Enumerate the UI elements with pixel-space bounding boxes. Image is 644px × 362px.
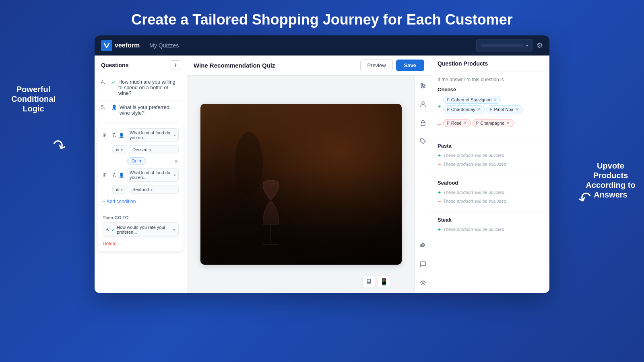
or-label: Or: [132, 158, 136, 163]
save-button[interactable]: Save: [396, 60, 424, 71]
condition-value-label-1: Dessert: [132, 147, 148, 152]
user-icon-button[interactable]: [417, 98, 429, 110]
or-chevron-icon: ▾: [139, 158, 142, 163]
rp-cheese-upvote-row: + P Cabernet Sauvignon ✕ P Chardonnay ✕: [438, 96, 543, 117]
svg-point-9: [422, 102, 424, 104]
condition-q-icon-2: 👤: [119, 173, 124, 178]
go-to-label: Then GO TO: [103, 215, 179, 220]
right-annotation-text: Upvote Products According to Answers: [586, 161, 635, 199]
preview-button[interactable]: Preview: [360, 60, 392, 71]
rp-pasta-upvote-placeholder: These products will be upvoted: [443, 153, 504, 158]
condition-is-chevron-2: ▾: [121, 187, 123, 192]
product-tag-pinotnoir: P Pinot Noir ✕: [486, 105, 523, 113]
go-to-check-icon: ✓: [111, 227, 115, 232]
add-question-button[interactable]: +: [171, 60, 180, 70]
preview-actions: Preview Save: [360, 60, 424, 71]
rp-seafood-exclude-icon[interactable]: −: [438, 198, 441, 204]
condition-row-1-header: IF 7. 👤 What kind of food do you en... ▾: [103, 128, 179, 142]
device-toggle: 🖥 📱: [362, 275, 390, 288]
canvas-area: What kind of food do you enjoy with your…: [187, 76, 415, 293]
rp-cheese-exclude-row: − P Rosé ✕ P Champagne ✕: [438, 119, 543, 130]
tag-icon-button[interactable]: [417, 135, 429, 147]
nav-bar: veeform My Quizzes ▾ ⚙: [95, 35, 549, 56]
product-tag-icon-chardonnay: P: [447, 107, 450, 112]
left-arrow-icon: ↷: [50, 135, 69, 157]
right-annotation: Upvote Products According to Answers: [584, 161, 637, 200]
quiz-card: What kind of food do you enjoy with your…: [200, 104, 402, 265]
sidebar-title: Questions: [101, 62, 128, 68]
or-remove-button[interactable]: ✕: [174, 158, 179, 165]
nav-store-select[interactable]: ▾: [476, 39, 533, 51]
rp-answer-steak: Steak: [438, 217, 543, 223]
rp-cheese-exclude-tags: P Rosé ✕ P Champagne ✕: [443, 119, 515, 129]
condition-question-select-1[interactable]: What kind of food do you en... ▾: [127, 128, 179, 142]
question-text-5: What is your preferred wine style?: [120, 105, 180, 116]
nav-my-quizzes[interactable]: My Quizzes: [149, 42, 179, 49]
product-tag-remove-pinotnoir[interactable]: ✕: [515, 107, 519, 112]
rp-cheese-exclude-icon[interactable]: −: [438, 121, 441, 128]
add-condition-button[interactable]: + Add condition: [103, 197, 179, 206]
rp-seafood-upvote-icon[interactable]: +: [438, 189, 441, 195]
go-to-num: 6.: [106, 227, 110, 232]
question-item-5[interactable]: 5. 👤 What is your preferred wine style?: [95, 101, 187, 120]
condition-is-select-1[interactable]: is ▾: [112, 145, 126, 154]
content-area: Questions + 4. ✓ How much are you willin…: [95, 56, 549, 293]
nav-select-chevron: ▾: [526, 43, 528, 48]
product-tag-remove-cabernet[interactable]: ✕: [493, 97, 497, 103]
rp-cheese-upvote-tags: P Cabernet Sauvignon ✕ P Chardonnay ✕ P …: [443, 96, 543, 115]
nav-gear-icon[interactable]: ⚙: [537, 41, 543, 50]
or-separator: Or ▾ ✕: [103, 157, 179, 165]
condition-is-label-2: is: [116, 187, 119, 192]
settings-icon-button[interactable]: [417, 277, 429, 289]
rp-steak-upvote-icon[interactable]: +: [438, 226, 441, 232]
product-tag-remove-champagne[interactable]: ✕: [506, 120, 510, 126]
product-tag-remove-rose[interactable]: ✕: [463, 120, 467, 126]
condition-value-select-1[interactable]: Dessert ▾: [129, 145, 179, 154]
product-tag-label-cabernet: Cabernet Sauvignon: [451, 97, 491, 102]
product-tag-remove-chardonnay[interactable]: ✕: [477, 107, 481, 112]
go-to-chevron: ▾: [173, 228, 175, 232]
puzzle-icon-button[interactable]: [417, 240, 429, 252]
rp-seafood-exclude-placeholder: These products will be excluded: [443, 199, 506, 204]
rp-pasta-upvote-icon[interactable]: +: [438, 152, 441, 158]
product-tag-cabernet: P Cabernet Sauvignon ✕: [443, 96, 501, 104]
svg-rect-10: [421, 122, 425, 125]
rp-pasta-exclude-icon[interactable]: −: [438, 161, 441, 167]
product-tag-icon-rose: P: [447, 121, 450, 125]
product-tag-label-chardonnay: Chardonnay: [451, 107, 475, 112]
rp-condition-text: If the answer to this question is: [438, 77, 543, 82]
question-num-4: 4.: [101, 79, 109, 85]
chat-icon-button[interactable]: [417, 258, 429, 270]
mobile-view-button[interactable]: 📱: [378, 275, 390, 288]
lock-icon-button[interactable]: [417, 117, 429, 129]
or-badge[interactable]: Or ▾: [127, 157, 146, 165]
rp-seafood-exclude-row: − These products will be excluded: [438, 198, 543, 204]
quiz-title: Wine Recommendation Quiz: [194, 62, 275, 69]
if-label: IF: [103, 133, 110, 138]
product-tag-label-champagne: Champagne: [480, 121, 504, 125]
question-item-4[interactable]: 4. ✓ How much are you willing to spend o…: [95, 75, 187, 101]
rp-answer-seafood: Seafood: [438, 180, 543, 186]
rp-condition-section: If the answer to this question is Cheese…: [431, 72, 549, 138]
condition-row-2-value: is ▾ Seafood ▾: [103, 185, 179, 194]
svg-point-12: [422, 282, 424, 284]
condition-value-select-2[interactable]: Seafood ▾: [129, 185, 179, 194]
rp-cheese-upvote-icon[interactable]: +: [438, 103, 441, 109]
condition-is-label-1: is: [116, 147, 119, 152]
delete-label: Delete: [103, 241, 117, 247]
rp-steak-upvote-placeholder: These products will be upvoted: [443, 227, 504, 232]
delete-button[interactable]: Delete: [103, 241, 179, 247]
go-to-select[interactable]: 6. ✓ How would you rate your preferen...…: [103, 222, 179, 237]
if-label-2: IF: [103, 173, 110, 177]
left-annotation: Powerful Conditional Logic: [7, 84, 60, 113]
page-heading-text: Create a Tailored Shopping Journey for E…: [131, 11, 513, 28]
logo[interactable]: veeform: [101, 40, 140, 51]
product-tag-chardonnay: P Chardonnay ✕: [443, 105, 485, 113]
sliders-icon-button[interactable]: [417, 80, 429, 92]
condition-is-select-2[interactable]: is ▾: [112, 185, 126, 194]
preview-header: Wine Recommendation Quiz Preview Save: [187, 56, 431, 76]
preview-button-label: Preview: [367, 62, 386, 68]
condition-question-label-1: What kind of food do you en...: [130, 130, 174, 140]
condition-question-select-2[interactable]: What kind of food do you en... ▾: [127, 168, 179, 182]
desktop-view-button[interactable]: 🖥: [362, 275, 375, 288]
